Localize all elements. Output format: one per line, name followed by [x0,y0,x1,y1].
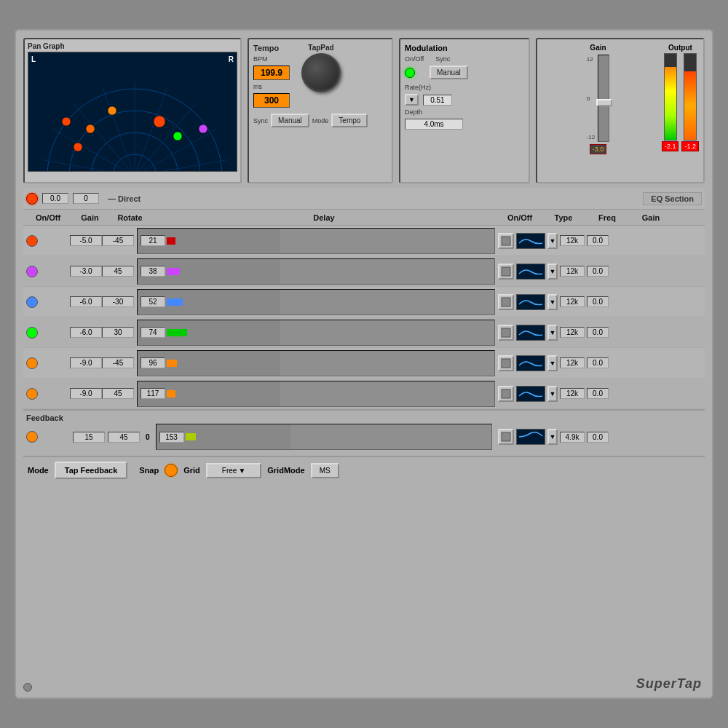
eq-type-arrow[interactable]: ▼ [547,355,558,371]
delay-bar-inner-1: 38 [138,259,183,284]
tappad-knob[interactable] [301,53,341,92]
meter-peak-2: -1.2 [681,141,699,151]
delay-bar-area-4[interactable]: 96 [137,350,495,376]
delay-val-5[interactable]: 117 [141,388,165,399]
delay-bar-inner-3: 74 [138,320,190,345]
ch-gain-1[interactable]: -3.0 [70,266,102,277]
eq-type-arrow[interactable]: ▼ [547,233,558,249]
ch-rotate-1[interactable]: 45 [102,266,134,277]
eq-gain-field[interactable]: 0.0 [587,327,609,338]
fb-gain[interactable]: 15 [73,432,105,443]
eq-toggle[interactable] [498,233,514,249]
delay-bar-area-5[interactable]: 117 [137,381,495,407]
pan-graph-display[interactable]: L R [28,52,237,172]
eq-type-arrow[interactable]: ▼ [547,264,558,280]
delay-bar-area-1[interactable]: 38 [137,258,495,285]
ch-rotate-2[interactable]: -30 [102,296,134,307]
direct-val2[interactable]: 0 [73,193,99,204]
eq-gain-field[interactable]: 0.0 [587,235,609,246]
eq-toggle[interactable] [498,264,514,280]
delay-bar-area-2[interactable]: 52 [137,289,495,315]
fb-led[interactable] [26,431,38,443]
ch-gain-5[interactable]: -9.0 [70,388,102,399]
ch-rotate-4[interactable]: -45 [102,357,134,368]
eq-freq-field[interactable]: 12k [560,357,585,368]
direct-led[interactable] [26,193,38,205]
fb-delay-bar-inner: 153 [157,424,199,449]
delay-bar-inner-5: 117 [138,381,178,406]
ms-display[interactable]: 300 [253,93,290,108]
eq-type-arrow[interactable]: ▼ [547,294,558,310]
sync-button[interactable]: Manual [271,114,309,127]
rate-display[interactable]: 0.51 [423,95,452,106]
svg-rect-6 [502,432,510,441]
delay-val-0[interactable]: 21 [141,235,165,246]
ch-led-0[interactable] [26,235,38,247]
delay-bar-area-3[interactable]: 74 [137,320,495,346]
ch-rotate-0[interactable]: -45 [102,235,134,246]
gain-tick-0: 0 [587,95,596,102]
eq-toggle[interactable] [498,386,514,402]
ch-led-2[interactable] [26,296,38,308]
snap-label: Snap [139,466,159,475]
delay-val-4[interactable]: 96 [141,357,165,368]
ch-gain-0[interactable]: -5.0 [70,235,102,246]
ch-led-1[interactable] [26,266,38,277]
ch-led-4[interactable] [26,357,38,369]
ch-rotate-5[interactable]: 45 [102,388,134,399]
eq-toggle[interactable] [498,294,514,310]
eq-gain-field[interactable]: 0.0 [587,388,609,399]
delay-bar-area-0[interactable]: 21 [137,228,495,254]
fb-eq-freq[interactable]: 4.9k [560,432,585,443]
eq-gain-field[interactable]: 0.0 [587,296,609,307]
eq-type-arrow[interactable]: ▼ [547,386,558,402]
grid-select[interactable]: Free ▼ [206,463,261,478]
channel-row: -3.0 45 38 ▼ 12k 0.0 [23,256,705,287]
ch-gain-4[interactable]: -9.0 [70,357,102,368]
ch-gain-2[interactable]: -6.0 [70,296,102,307]
svg-rect-0 [502,237,510,245]
ch-led-5[interactable] [26,388,38,400]
gain-fader-handle[interactable] [596,99,612,106]
bpm-display[interactable]: 199.9 [253,66,290,80]
ch-led-3[interactable] [26,327,38,339]
rate-dropdown[interactable]: ▼ [405,94,419,106]
feedback-row: 15 45 0 153 ▼ 4.9k 0.0 [26,424,702,450]
fb-onoff-cell [26,431,70,443]
gain-value[interactable]: -3.0 [590,144,607,154]
eq-freq-field[interactable]: 12k [560,266,585,277]
eq-freq-field[interactable]: 12k [560,327,585,338]
fb-delay-val[interactable]: 153 [159,432,184,443]
ch-gain-3[interactable]: -6.0 [70,327,102,338]
mode-button[interactable]: Tempo [331,114,368,127]
eq-gain-field[interactable]: 0.0 [587,266,609,277]
ch-rotate-3[interactable]: 30 [102,327,134,338]
depth-display[interactable]: 4.0ms [405,119,463,130]
eq-toggle[interactable] [498,325,514,341]
fb-delay-bar-area[interactable]: 153 [156,424,492,450]
delay-val-2[interactable]: 52 [141,296,165,307]
tap-feedback-button[interactable]: Tap Feedback [55,462,128,479]
mod-onoff-led[interactable] [405,68,415,78]
eq-freq-field[interactable]: 12k [560,296,585,307]
ms-button[interactable]: MS [311,463,339,478]
eq-freq-field[interactable]: 12k [560,388,585,399]
snap-led[interactable] [165,464,178,477]
gain-fader-track[interactable] [598,55,609,142]
fb-eq-arrow[interactable]: ▼ [547,429,558,445]
delay-val-3[interactable]: 74 [141,327,165,338]
gain-label: Gain [590,44,606,52]
eq-type-arrow[interactable]: ▼ [547,325,558,341]
eq-toggle[interactable] [498,355,514,371]
grid-arrow: ▼ [238,467,245,475]
mod-sync-button[interactable]: Manual [430,66,468,79]
fb-eq-toggle[interactable] [498,429,514,445]
fb-rotate[interactable]: 45 [108,432,140,443]
direct-val1[interactable]: 0.0 [42,193,68,204]
direct-label: — Direct [108,194,141,203]
fb-eq-gain[interactable]: 0.0 [587,432,609,443]
eq-freq-field[interactable]: 12k [560,235,585,246]
eq-gain-field[interactable]: 0.0 [587,357,609,368]
delay-val-1[interactable]: 38 [141,266,165,277]
eq-row-section: ▼ 12k 0.0 [498,355,702,371]
